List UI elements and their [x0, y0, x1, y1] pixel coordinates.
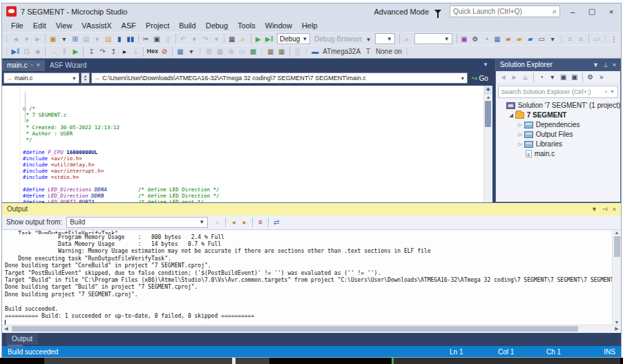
editor-vertical-scrollbar[interactable]: ✚ ▲: [483, 86, 492, 202]
solution-explorer-search[interactable]: Search Solution Explorer (Ctrl+;) ⌕ ▼: [498, 86, 618, 98]
device-programming-icon[interactable]: ▦: [265, 46, 276, 57]
debugger-tool-icon[interactable]: T: [363, 46, 374, 57]
tab-asf-wizard[interactable]: ASF Wizard: [45, 60, 91, 71]
tab-output[interactable]: Output: [6, 334, 38, 345]
scrollbar-thumb[interactable]: [485, 101, 491, 127]
tree-item-libraries[interactable]: ▷Libraries: [496, 140, 620, 149]
menu-item-view[interactable]: View: [51, 21, 77, 30]
screen-capture-icon[interactable]: ▩: [247, 46, 258, 57]
previous-message-icon[interactable]: ◂: [228, 216, 239, 228]
scroll-up-icon[interactable]: ▲: [615, 230, 620, 235]
start-without-debugging-icon[interactable]: ▶‖: [264, 33, 275, 45]
se-overflow-icon[interactable]: »: [596, 71, 607, 83]
tab-main-c[interactable]: main.c◦×: [2, 60, 45, 71]
start-debugging-icon[interactable]: ▶: [253, 33, 264, 45]
menu-item-edit[interactable]: Edit: [28, 21, 51, 30]
cut-icon[interactable]: ✂: [140, 33, 151, 45]
profiler-icon[interactable]: ◔: [481, 33, 492, 45]
add-target-icon[interactable]: ▦: [276, 46, 287, 57]
tree-item-dependencies[interactable]: ▷Dependencies: [496, 120, 620, 130]
tree-item-solution-7-segment-1-project[interactable]: Solution '7 SEGMENT' (1 project): [496, 101, 620, 111]
find-icon[interactable]: ⌕: [238, 33, 249, 45]
scroll-up-icon[interactable]: ▲: [486, 94, 490, 101]
overflow-icon[interactable]: ⋮: [608, 33, 620, 45]
se-sync-icon[interactable]: ▣: [569, 71, 580, 83]
add-new-item-icon[interactable]: ⊞: [70, 33, 81, 45]
menu-item-vassistx[interactable]: VAssistX: [77, 21, 116, 30]
pin-icon[interactable]: ⊣: [602, 206, 608, 213]
tools-options-icon[interactable]: ⚙: [470, 33, 481, 45]
quick-launch-box[interactable]: ⌕: [450, 6, 560, 17]
tree-item-main-c[interactable]: main.c: [496, 149, 620, 159]
watch-window-icon[interactable]: ▦: [175, 46, 186, 57]
merge-icon[interactable]: ▰: [514, 33, 525, 45]
open-folder-icon[interactable]: ▤: [103, 33, 114, 45]
expander-icon[interactable]: ▷: [517, 142, 524, 147]
scrollbar-thumb[interactable]: [12, 326, 578, 332]
dropdown-icon[interactable]: ▾: [186, 46, 197, 57]
selected-device-label[interactable]: ATmega32A: [323, 48, 361, 55]
output-horizontal-scrollbar[interactable]: ◀ ▶: [2, 325, 621, 333]
menu-item-debug[interactable]: Debug: [201, 21, 233, 30]
device-settings-icon[interactable]: ▣: [459, 33, 470, 45]
va-search-combo[interactable]: ▼: [414, 33, 452, 44]
restore-button[interactable]: ▢: [585, 7, 599, 16]
clear-all-icon[interactable]: ≡: [255, 216, 266, 228]
save-icon[interactable]: ▮: [114, 33, 125, 45]
dropdown-icon[interactable]: ▾: [547, 71, 558, 83]
device-chip-icon[interactable]: ▬: [309, 46, 320, 57]
va-find-icon[interactable]: ⌕: [401, 33, 412, 45]
tree-item-output-files[interactable]: ▷Output Files: [496, 130, 620, 140]
close-icon[interactable]: ×: [613, 206, 616, 213]
close-icon[interactable]: ×: [37, 61, 40, 68]
se-collapse-all-icon[interactable]: ▣: [558, 71, 569, 83]
se-home-icon[interactable]: ⌂: [520, 71, 531, 83]
output-text[interactable]: Task "RunOutputFileVerifyTask" Program M…: [2, 230, 612, 325]
save-all-icon[interactable]: ▮▮: [125, 33, 136, 45]
continue-icon[interactable]: ▶‖: [10, 46, 21, 57]
quick-launch-input[interactable]: [453, 8, 553, 15]
hex-display-icon[interactable]: Hex: [146, 46, 159, 57]
filter-funnel-icon[interactable]: [434, 10, 441, 14]
output-vertical-scrollbar[interactable]: ▲ ▼: [612, 230, 621, 325]
code-area[interactable]: ⊟ /* * 7 SEGMENT.c * * Created: 30-05-20…: [20, 86, 483, 202]
next-message-icon[interactable]: ▸: [239, 216, 250, 228]
code-map-icon[interactable]: ▦: [492, 33, 503, 45]
scroll-left-icon[interactable]: ◀: [2, 326, 10, 332]
split-window-handle[interactable]: ✚: [484, 86, 492, 94]
menu-item-window[interactable]: Window: [260, 21, 297, 30]
se-properties-icon[interactable]: ⚙: [585, 71, 596, 83]
scope-spinner[interactable]: ▲▼: [81, 73, 90, 84]
selected-tool-label[interactable]: None on: [376, 48, 402, 55]
pin-icon[interactable]: ⊥: [603, 61, 608, 68]
run-to-cursor-icon[interactable]: ▸: [119, 46, 130, 57]
close-icon[interactable]: ×: [613, 61, 616, 68]
ice-debug-icon[interactable]: ▰: [525, 33, 536, 45]
pin-icon[interactable]: ◦: [30, 61, 32, 68]
menu-item-tools[interactable]: Tools: [233, 21, 260, 30]
window-position-icon[interactable]: ▼: [591, 206, 597, 213]
file-scope-combo[interactable]: → main.c ▼: [3, 73, 79, 84]
scroll-right-icon[interactable]: ▶: [613, 326, 621, 332]
window-layout-icon[interactable]: ▭: [536, 33, 547, 45]
expander-icon[interactable]: ◢: [508, 113, 515, 118]
solution-configuration-combo[interactable]: Debug▼: [277, 33, 310, 44]
expander-icon[interactable]: ▷: [517, 122, 524, 128]
menu-item-asf[interactable]: ASF: [117, 21, 141, 30]
compare-icon[interactable]: ▰: [503, 33, 514, 45]
advanced-mode-label[interactable]: Advanced Mode: [374, 8, 430, 16]
dropdown-icon[interactable]: ▾: [59, 33, 70, 45]
disable-breakpoints-icon[interactable]: ⊘: [159, 46, 170, 57]
code-editor[interactable]: ⊟ /* * 7 SEGMENT.c * * Created: 30-05-20…: [2, 86, 492, 202]
file-path-combo[interactable]: → C:\Users\User\Downloads\ATMEGA16-32\AT…: [91, 73, 468, 84]
toggle-word-wrap-icon[interactable]: ⇄: [271, 216, 282, 228]
step-over-icon[interactable]: ↷: [97, 46, 108, 57]
dropdown-icon[interactable]: ▾: [547, 33, 558, 45]
debug-browser-target-combo[interactable]: ▼: [375, 33, 394, 44]
expander-icon[interactable]: ▷: [517, 132, 524, 137]
new-project-icon[interactable]: ▣: [48, 33, 59, 45]
navigate-to-icon[interactable]: ▦: [227, 33, 238, 45]
copy-icon[interactable]: ▣: [151, 33, 162, 45]
close-button[interactable]: ×: [604, 8, 618, 16]
tree-item-7-segment[interactable]: ◢7 SEGMENT: [496, 111, 620, 120]
